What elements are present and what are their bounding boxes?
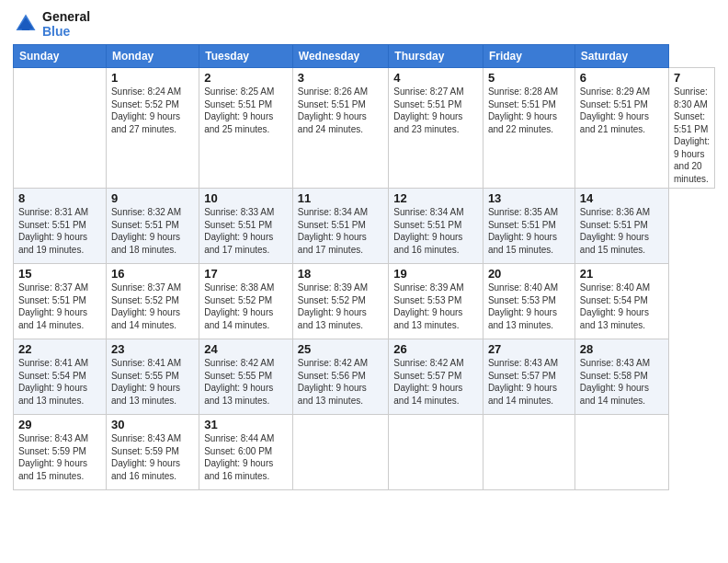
day-info: Sunrise: 8:43 AM Sunset: 5:59 PM Dayligh… (111, 432, 194, 482)
calendar-cell: 12 Sunrise: 8:34 AM Sunset: 5:51 PM Dayl… (389, 189, 483, 264)
calendar-cell: 1 Sunrise: 8:24 AM Sunset: 5:52 PM Dayli… (106, 68, 199, 189)
calendar-cell (574, 415, 668, 490)
calendar-cell: 25 Sunrise: 8:42 AM Sunset: 5:56 PM Dayl… (292, 339, 388, 415)
day-number: 13 (488, 191, 570, 205)
day-number: 15 (18, 267, 101, 281)
calendar-table: SundayMondayTuesdayWednesdayThursdayFrid… (13, 44, 715, 490)
day-info: Sunrise: 8:38 AM Sunset: 5:52 PM Dayligh… (204, 282, 288, 331)
logo: General Blue (13, 9, 90, 39)
day-info: Sunrise: 8:28 AM Sunset: 5:51 PM Dayligh… (488, 86, 570, 135)
day-number: 4 (393, 71, 478, 85)
day-number: 11 (298, 191, 383, 205)
calendar-week-3: 22 Sunrise: 8:41 AM Sunset: 5:54 PM Dayl… (14, 339, 715, 415)
calendar-cell: 9 Sunrise: 8:32 AM Sunset: 5:51 PM Dayli… (106, 189, 199, 264)
day-info: Sunrise: 8:39 AM Sunset: 5:52 PM Dayligh… (298, 282, 383, 331)
day-info: Sunrise: 8:29 AM Sunset: 5:51 PM Dayligh… (580, 86, 664, 135)
calendar-cell: 27 Sunrise: 8:43 AM Sunset: 5:57 PM Dayl… (483, 339, 574, 415)
day-info: Sunrise: 8:35 AM Sunset: 5:51 PM Dayligh… (488, 206, 570, 256)
day-number: 21 (580, 267, 664, 281)
day-info: Sunrise: 8:43 AM Sunset: 5:58 PM Dayligh… (580, 357, 664, 407)
day-header-sunday: Sunday (14, 45, 107, 68)
logo-text: General Blue (42, 9, 90, 39)
calendar-week-4: 29 Sunrise: 8:43 AM Sunset: 5:59 PM Dayl… (14, 415, 715, 490)
day-number: 14 (580, 191, 664, 205)
calendar-cell: 18 Sunrise: 8:39 AM Sunset: 5:52 PM Dayl… (292, 264, 388, 339)
day-number: 8 (18, 191, 101, 205)
day-number: 1 (111, 71, 194, 85)
calendar-cell: 15 Sunrise: 8:37 AM Sunset: 5:51 PM Dayl… (14, 264, 107, 339)
day-info: Sunrise: 8:24 AM Sunset: 5:52 PM Dayligh… (111, 86, 194, 135)
day-info: Sunrise: 8:34 AM Sunset: 5:51 PM Dayligh… (393, 206, 478, 256)
day-info: Sunrise: 8:32 AM Sunset: 5:51 PM Dayligh… (111, 206, 194, 256)
logo-icon (13, 11, 39, 37)
day-number: 25 (298, 342, 383, 356)
calendar-week-0: 1 Sunrise: 8:24 AM Sunset: 5:52 PM Dayli… (14, 68, 715, 189)
day-number: 24 (204, 342, 288, 356)
day-info: Sunrise: 8:43 AM Sunset: 5:57 PM Dayligh… (488, 357, 570, 407)
day-header-tuesday: Tuesday (199, 45, 293, 68)
calendar-cell: 7 Sunrise: 8:30 AM Sunset: 5:51 PM Dayli… (669, 68, 715, 189)
day-info: Sunrise: 8:31 AM Sunset: 5:51 PM Dayligh… (18, 206, 101, 256)
calendar-cell: 26 Sunrise: 8:42 AM Sunset: 5:57 PM Dayl… (389, 339, 483, 415)
day-info: Sunrise: 8:27 AM Sunset: 5:51 PM Dayligh… (393, 86, 478, 135)
calendar-cell: 24 Sunrise: 8:42 AM Sunset: 5:55 PM Dayl… (199, 339, 293, 415)
page-container: General Blue SundayMondayTuesdayWednesda… (0, 0, 728, 500)
day-info: Sunrise: 8:42 AM Sunset: 5:56 PM Dayligh… (298, 357, 383, 407)
day-number: 17 (204, 267, 288, 281)
calendar-cell: 19 Sunrise: 8:39 AM Sunset: 5:53 PM Dayl… (389, 264, 483, 339)
day-number: 29 (18, 418, 101, 431)
calendar-cell: 10 Sunrise: 8:33 AM Sunset: 5:51 PM Dayl… (199, 189, 293, 264)
calendar-cell: 5 Sunrise: 8:28 AM Sunset: 5:51 PM Dayli… (483, 68, 574, 189)
day-header-monday: Monday (106, 45, 199, 68)
day-info: Sunrise: 8:41 AM Sunset: 5:54 PM Dayligh… (18, 357, 101, 407)
day-info: Sunrise: 8:42 AM Sunset: 5:57 PM Dayligh… (393, 357, 478, 407)
day-header-saturday: Saturday (574, 45, 668, 68)
calendar-cell: 17 Sunrise: 8:38 AM Sunset: 5:52 PM Dayl… (199, 264, 293, 339)
day-number: 27 (488, 342, 570, 356)
calendar-cell: 21 Sunrise: 8:40 AM Sunset: 5:54 PM Dayl… (574, 264, 668, 339)
calendar-cell: 11 Sunrise: 8:34 AM Sunset: 5:51 PM Dayl… (292, 189, 388, 264)
day-info: Sunrise: 8:37 AM Sunset: 5:51 PM Dayligh… (18, 282, 101, 331)
day-header-wednesday: Wednesday (292, 45, 388, 68)
day-info: Sunrise: 8:25 AM Sunset: 5:51 PM Dayligh… (204, 86, 288, 135)
day-number: 12 (393, 191, 478, 205)
day-number: 30 (111, 418, 194, 431)
calendar-cell: 31 Sunrise: 8:44 AM Sunset: 6:00 PM Dayl… (199, 415, 293, 490)
day-number: 3 (298, 71, 383, 85)
day-number: 28 (580, 342, 664, 356)
calendar-cell: 23 Sunrise: 8:41 AM Sunset: 5:55 PM Dayl… (106, 339, 199, 415)
day-number: 16 (111, 267, 194, 281)
day-number: 10 (204, 191, 288, 205)
day-info: Sunrise: 8:40 AM Sunset: 5:54 PM Dayligh… (580, 282, 664, 331)
day-info: Sunrise: 8:33 AM Sunset: 5:51 PM Dayligh… (204, 206, 288, 256)
day-info: Sunrise: 8:26 AM Sunset: 5:51 PM Dayligh… (298, 86, 383, 135)
calendar-week-1: 8 Sunrise: 8:31 AM Sunset: 5:51 PM Dayli… (14, 189, 715, 264)
day-info: Sunrise: 8:40 AM Sunset: 5:53 PM Dayligh… (488, 282, 570, 331)
day-header-friday: Friday (483, 45, 574, 68)
day-number: 2 (204, 71, 288, 85)
calendar-cell (14, 68, 107, 189)
day-number: 19 (393, 267, 478, 281)
day-info: Sunrise: 8:43 AM Sunset: 5:59 PM Dayligh… (18, 432, 101, 482)
calendar-cell: 13 Sunrise: 8:35 AM Sunset: 5:51 PM Dayl… (483, 189, 574, 264)
calendar-cell: 14 Sunrise: 8:36 AM Sunset: 5:51 PM Dayl… (574, 189, 668, 264)
calendar-cell: 30 Sunrise: 8:43 AM Sunset: 5:59 PM Dayl… (106, 415, 199, 490)
day-number: 18 (298, 267, 383, 281)
day-number: 26 (393, 342, 478, 356)
calendar-cell: 8 Sunrise: 8:31 AM Sunset: 5:51 PM Dayli… (14, 189, 107, 264)
day-number: 23 (111, 342, 194, 356)
day-info: Sunrise: 8:41 AM Sunset: 5:55 PM Dayligh… (111, 357, 194, 407)
calendar-cell: 22 Sunrise: 8:41 AM Sunset: 5:54 PM Dayl… (14, 339, 107, 415)
calendar-cell: 28 Sunrise: 8:43 AM Sunset: 5:58 PM Dayl… (574, 339, 668, 415)
calendar-header-row: SundayMondayTuesdayWednesdayThursdayFrid… (14, 45, 715, 68)
day-number: 7 (674, 71, 710, 85)
calendar-cell: 4 Sunrise: 8:27 AM Sunset: 5:51 PM Dayli… (389, 68, 483, 189)
calendar-cell: 16 Sunrise: 8:37 AM Sunset: 5:52 PM Dayl… (106, 264, 199, 339)
day-info: Sunrise: 8:34 AM Sunset: 5:51 PM Dayligh… (298, 206, 383, 256)
day-number: 6 (580, 71, 664, 85)
calendar-cell: 6 Sunrise: 8:29 AM Sunset: 5:51 PM Dayli… (574, 68, 668, 189)
header: General Blue (13, 9, 715, 39)
day-number: 20 (488, 267, 570, 281)
day-info: Sunrise: 8:30 AM Sunset: 5:51 PM Dayligh… (674, 86, 710, 185)
day-number: 5 (488, 71, 570, 85)
